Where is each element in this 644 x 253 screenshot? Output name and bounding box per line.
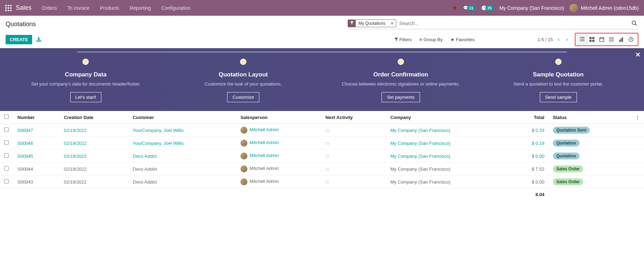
col-total[interactable]: Total bbox=[511, 111, 549, 124]
col-status[interactable]: Status bbox=[549, 111, 631, 124]
row-checkbox[interactable] bbox=[4, 153, 9, 158]
col-creation-date[interactable]: Creation Date bbox=[60, 111, 129, 124]
menu-products[interactable]: Products bbox=[100, 5, 119, 11]
cell-company[interactable]: My Company (San Francisco) bbox=[386, 150, 511, 163]
facet-remove[interactable]: ✕ bbox=[388, 20, 396, 27]
svg-rect-2 bbox=[10, 5, 12, 6]
kanban-view-button[interactable] bbox=[587, 35, 597, 44]
cell-number[interactable]: S00044 bbox=[13, 163, 60, 176]
step-action-button[interactable]: Customize bbox=[227, 92, 259, 102]
step-action-button[interactable]: Send sample bbox=[540, 92, 577, 102]
col-company[interactable]: Company bbox=[386, 111, 511, 124]
groupby-dropdown[interactable]: ≡ Group By bbox=[419, 37, 443, 42]
pager-value[interactable]: 1-5 / 15 bbox=[537, 37, 553, 42]
menu-configuration[interactable]: Configuration bbox=[161, 5, 190, 11]
filters-label: Filters bbox=[399, 37, 412, 42]
cell-number[interactable]: S00047 bbox=[13, 124, 60, 137]
svg-rect-0 bbox=[5, 5, 7, 6]
favorites-dropdown[interactable]: ★ Favorites bbox=[450, 37, 475, 42]
cell-customer[interactable]: YourCompany, Joel Willis bbox=[129, 124, 237, 137]
pager-next[interactable]: › bbox=[565, 36, 569, 43]
table-row[interactable]: S00044 02/19/2022 Deco Addict Mitchell A… bbox=[0, 163, 644, 176]
cell-salesperson[interactable]: Mitchell Admin bbox=[236, 150, 321, 163]
col-customer[interactable]: Customer bbox=[129, 111, 237, 124]
import-button[interactable] bbox=[36, 37, 41, 43]
user-menu[interactable]: Mitchell Admin (odoo15db) bbox=[570, 4, 639, 12]
cell-status: Quotation Sent bbox=[549, 124, 631, 137]
cell-salesperson[interactable]: Mitchell Admin bbox=[236, 176, 321, 188]
cell-customer[interactable]: Deco Addict bbox=[129, 163, 237, 176]
step-desc: Set your company's data for documents he… bbox=[13, 81, 158, 87]
col-next-activity[interactable]: Next Activity bbox=[321, 111, 386, 124]
col-salesperson[interactable]: Salesperson bbox=[236, 111, 321, 124]
col-number[interactable]: Number bbox=[13, 111, 60, 124]
svg-rect-5 bbox=[10, 7, 12, 9]
svg-rect-21 bbox=[592, 40, 594, 42]
onboarding-step: Order Confirmation Choose between electr… bbox=[328, 59, 473, 102]
cell-next-activity[interactable]: ◷ bbox=[321, 137, 386, 150]
step-action-button[interactable]: Set payments bbox=[382, 92, 420, 102]
menu-to-invoice[interactable]: To Invoice bbox=[67, 5, 89, 11]
step-action-button[interactable]: Let's start! bbox=[70, 92, 102, 102]
apps-icon[interactable] bbox=[5, 5, 12, 11]
menu-orders[interactable]: Orders bbox=[42, 5, 57, 11]
svg-rect-26 bbox=[609, 37, 614, 42]
activity-view-button[interactable] bbox=[626, 35, 636, 44]
svg-rect-32 bbox=[621, 38, 622, 42]
col-options[interactable]: ⋮ bbox=[631, 111, 644, 124]
cell-company[interactable]: My Company (San Francisco) bbox=[386, 176, 511, 188]
search-icon[interactable] bbox=[630, 20, 638, 27]
company-switcher[interactable]: My Company (San Francisco) bbox=[499, 5, 564, 11]
pager-prev[interactable]: ‹ bbox=[556, 36, 561, 43]
cell-next-activity[interactable]: ◷ bbox=[321, 150, 386, 163]
row-checkbox[interactable] bbox=[4, 166, 9, 171]
debug-icon[interactable]: 🐞 bbox=[452, 5, 457, 10]
list-view-button[interactable] bbox=[577, 35, 587, 44]
svg-rect-6 bbox=[5, 10, 7, 11]
pivot-view-button[interactable] bbox=[607, 35, 616, 44]
salesperson-avatar bbox=[240, 127, 247, 134]
select-all-checkbox[interactable] bbox=[4, 114, 9, 119]
cell-salesperson[interactable]: Mitchell Admin bbox=[236, 163, 321, 176]
filters-dropdown[interactable]: Filters bbox=[395, 37, 412, 42]
table-row[interactable]: S00043 02/19/2022 Deco Addict Mitchell A… bbox=[0, 176, 644, 188]
cell-number[interactable]: S00045 bbox=[13, 150, 60, 163]
graph-view-button[interactable] bbox=[616, 35, 626, 44]
row-checkbox[interactable] bbox=[4, 179, 9, 184]
table-row[interactable]: S00047 02/19/2022 YourCompany, Joel Will… bbox=[0, 124, 644, 137]
cell-number[interactable]: S00043 bbox=[13, 176, 60, 188]
cell-company[interactable]: My Company (San Francisco) bbox=[386, 137, 511, 150]
search-input[interactable] bbox=[396, 19, 630, 28]
close-icon[interactable]: ✕ bbox=[635, 51, 641, 59]
cell-company[interactable]: My Company (San Francisco) bbox=[386, 124, 511, 137]
row-checkbox[interactable] bbox=[4, 140, 9, 145]
cell-total: $ 0.19 bbox=[511, 137, 549, 150]
cell-next-activity[interactable]: ◷ bbox=[321, 176, 386, 188]
step-title: Order Confirmation bbox=[328, 71, 473, 78]
cell-company[interactable]: My Company (San Francisco) bbox=[386, 163, 511, 176]
cell-salesperson[interactable]: Mitchell Admin bbox=[236, 124, 321, 137]
cell-next-activity[interactable]: ◷ bbox=[321, 124, 386, 137]
menu-reporting[interactable]: Reporting bbox=[130, 5, 151, 11]
table-row[interactable]: S00046 02/19/2022 YourCompany, Joel Will… bbox=[0, 137, 644, 150]
cell-status: Sales Order bbox=[549, 163, 631, 176]
cell-number[interactable]: S00046 bbox=[13, 137, 60, 150]
cell-customer[interactable]: YourCompany, Joel Willis bbox=[129, 137, 237, 150]
activity-button[interactable]: 🕐 25 bbox=[481, 5, 494, 10]
calendar-view-button[interactable] bbox=[597, 35, 607, 44]
search-box[interactable]: My Quotations ✕ bbox=[348, 19, 638, 29]
cell-customer[interactable]: Deco Addict bbox=[129, 150, 237, 163]
cell-customer[interactable]: Deco Addict bbox=[129, 176, 237, 188]
step-desc: Send a quotation to test the customer po… bbox=[486, 81, 631, 87]
discuss-button[interactable]: 💬 11 bbox=[463, 5, 476, 10]
create-button[interactable]: CREATE bbox=[6, 35, 32, 44]
svg-line-36 bbox=[631, 39, 632, 40]
svg-rect-14 bbox=[580, 39, 581, 39]
row-checkbox[interactable] bbox=[4, 127, 9, 132]
svg-rect-8 bbox=[10, 10, 12, 11]
cell-salesperson[interactable]: Mitchell Admin bbox=[236, 137, 321, 150]
table-row[interactable]: S00045 02/19/2022 Deco Addict Mitchell A… bbox=[0, 150, 644, 163]
cell-next-activity[interactable]: ◷ bbox=[321, 163, 386, 176]
app-title[interactable]: Sales bbox=[16, 4, 31, 12]
salesperson-avatar bbox=[240, 152, 247, 159]
